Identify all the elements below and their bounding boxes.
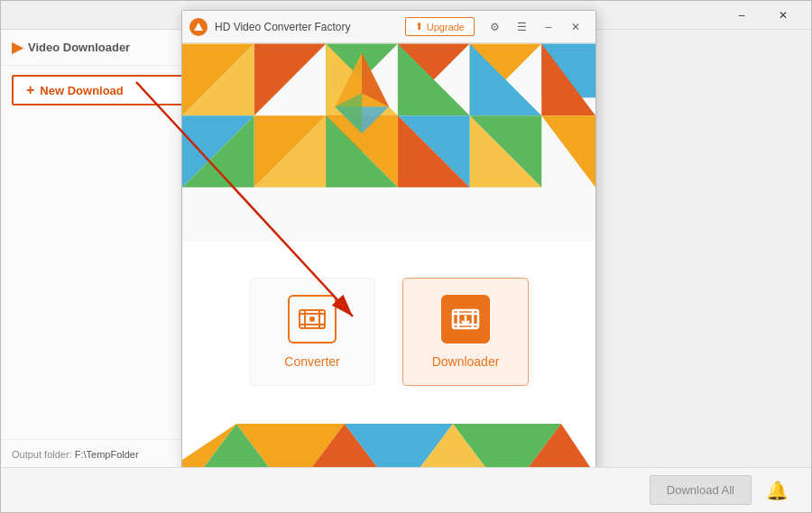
alarm-icon[interactable]: 🔔 <box>761 474 793 507</box>
upgrade-icon: ⬆ <box>415 21 423 32</box>
settings-button[interactable]: ⚙ <box>482 14 507 40</box>
converter-label: Converter <box>284 354 339 369</box>
banner-svg <box>182 43 595 242</box>
sidebar-header: ▶ Video Downloader <box>1 30 194 66</box>
new-download-button[interactable]: + New Download <box>12 75 183 105</box>
app-minimize-button[interactable]: – <box>536 14 561 40</box>
svg-marker-0 <box>194 23 203 31</box>
sidebar-footer: Output folder: F:\TempFolder <box>1 439 194 469</box>
converter-card[interactable]: Converter <box>249 278 375 386</box>
upgrade-button[interactable]: ⬆ Upgrade <box>405 17 475 36</box>
feature-cards: Converter <box>249 278 529 386</box>
sidebar-app-icon: ▶ <box>12 39 23 56</box>
app-title: HD Video Converter Factory <box>215 21 405 33</box>
app-logo-icon <box>189 18 208 36</box>
sidebar-title: Video Downloader <box>28 41 130 54</box>
main-app-window: HD Video Converter Factory ⬆ Upgrade ⚙ ☰… <box>181 10 596 497</box>
bottom-bar: Download All 🔔 <box>1 467 811 512</box>
outer-window: – ✕ ▶ Video Downloader + New Download Ou… <box>0 0 812 513</box>
converter-icon <box>288 295 337 344</box>
downloader-card[interactable]: Downloader <box>402 278 529 386</box>
output-folder-label: Output folder: <box>12 449 72 460</box>
download-all-button[interactable]: Download All <box>650 475 752 505</box>
app-banner <box>182 43 595 242</box>
plus-icon: + <box>26 82 34 98</box>
menu-button[interactable]: ☰ <box>509 14 534 40</box>
app-titlebar: HD Video Converter Factory ⬆ Upgrade ⚙ ☰… <box>182 11 595 43</box>
app-close-button[interactable]: ✕ <box>563 14 588 40</box>
downloader-icon <box>441 295 490 344</box>
outer-close-button[interactable]: ✕ <box>762 1 804 30</box>
titlebar-controls: ⚙ ☰ – ✕ <box>482 14 588 40</box>
svg-point-34 <box>309 316 315 322</box>
app-content: Converter <box>182 242 595 413</box>
new-download-label: New Download <box>40 84 123 97</box>
left-sidebar: ▶ Video Downloader + New Download Output… <box>1 30 195 469</box>
outer-minimize-button[interactable]: – <box>721 1 762 30</box>
upgrade-label: Upgrade <box>427 22 465 32</box>
output-folder-path: F:\TempFolder <box>75 449 139 460</box>
downloader-label: Downloader <box>432 354 500 369</box>
